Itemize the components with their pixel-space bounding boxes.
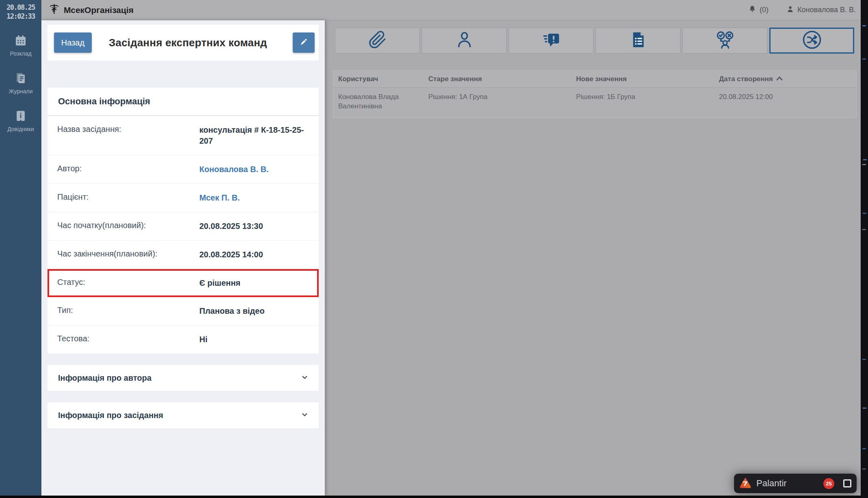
sort-asc-icon bbox=[776, 75, 783, 83]
patient-link[interactable]: Мсек П. В. bbox=[199, 192, 240, 203]
paperclip-icon bbox=[368, 30, 387, 51]
sidebar-item-journals[interactable]: Журнали bbox=[0, 71, 41, 95]
sidebar-item-label: Довідники bbox=[7, 126, 34, 132]
main-content: Користувач Старе значення Нове значення … bbox=[325, 20, 868, 496]
column-header-new-value[interactable]: Нове значення bbox=[571, 75, 714, 83]
user-avatar-icon bbox=[786, 5, 794, 15]
change-history-tab[interactable] bbox=[769, 28, 854, 54]
calendar-icon bbox=[14, 34, 28, 47]
meeting-detail-drawer: Назад Засідання експертних команд Основн… bbox=[41, 20, 325, 496]
bell-icon bbox=[748, 5, 756, 15]
document-icon bbox=[629, 30, 648, 51]
user-menu[interactable]: Коновалова В. В. bbox=[786, 5, 856, 15]
column-header-created-date[interactable]: Дата створення bbox=[714, 75, 856, 83]
palantir-window-icon[interactable] bbox=[843, 479, 851, 487]
palantir-label: Palantir bbox=[756, 478, 787, 489]
column-header-old-value[interactable]: Старе значення bbox=[423, 75, 571, 83]
main-info-card: Основна інформація Назва засідання: конс… bbox=[48, 88, 319, 354]
sidebar-menu: Розклад Журнали bbox=[0, 34, 41, 132]
notifications-count: (0) bbox=[760, 6, 769, 14]
main-info-section-title: Основна інформація bbox=[48, 88, 319, 116]
field-value: 20.08.2025 14:00 bbox=[199, 249, 263, 260]
sidebar-item-label: Розклад bbox=[10, 50, 31, 57]
top-header: МсекОрганізація (0) К bbox=[41, 0, 868, 20]
drawer-title-card: Назад Засідання експертних команд bbox=[48, 25, 319, 60]
user-name: Коновалова В. В. bbox=[797, 6, 856, 14]
field-row-status-highlighted: Статус: Є рішення bbox=[48, 269, 319, 297]
table-header-row: Користувач Старе значення Нове значення … bbox=[333, 70, 857, 88]
clock-date: 20.08.25 bbox=[0, 3, 41, 12]
author-link[interactable]: Коновалова В. В. bbox=[199, 164, 269, 175]
field-value: Планова з відео bbox=[199, 306, 265, 317]
field-row-start-time: Час початку(плановий): 20.08.2025 13:30 bbox=[48, 212, 319, 241]
field-label: Час закінчення(плановий): bbox=[57, 249, 199, 259]
field-value: 20.08.2025 13:30 bbox=[199, 221, 263, 232]
column-header-user[interactable]: Користувач bbox=[333, 75, 423, 83]
field-label: Пацієнт: bbox=[57, 192, 199, 202]
field-label: Автор: bbox=[57, 164, 199, 173]
field-row-patient: Пацієнт: Мсек П. В. bbox=[48, 184, 319, 212]
author-info-section[interactable]: Інформація про автора bbox=[48, 365, 319, 391]
change-history-table: Користувач Старе значення Нове значення … bbox=[333, 70, 857, 118]
meeting-info-section[interactable]: Інформація про засідання bbox=[48, 402, 319, 428]
decisions-icon bbox=[715, 30, 735, 52]
field-row-author: Автор: Коновалова В. В. bbox=[48, 155, 319, 184]
caduceus-icon bbox=[49, 4, 60, 16]
sidebar-item-label: Журнали bbox=[9, 88, 33, 95]
background-window-artifacts bbox=[862, 25, 866, 26]
pencil-icon bbox=[299, 37, 309, 48]
cell-created-date: 20.08.2025 12:00 bbox=[714, 88, 856, 118]
background-window-edge bbox=[861, 0, 868, 498]
field-label: Статус: bbox=[57, 278, 199, 287]
section-title: Інформація про засідання bbox=[58, 411, 163, 420]
table-row: Коновалова Влада Валентинівна Рішення: 1… bbox=[333, 88, 857, 118]
screen-bottom-edge bbox=[0, 496, 868, 498]
field-label: Час початку(плановий): bbox=[57, 221, 199, 230]
field-label: Назва засідання: bbox=[57, 125, 199, 134]
field-row-test: Тестова: Ні bbox=[48, 326, 319, 354]
app-title: МсекОрганізація bbox=[64, 5, 134, 15]
comments-tab[interactable] bbox=[509, 28, 594, 54]
field-value: Ні bbox=[199, 334, 207, 345]
clock-time: 12:02:33 bbox=[0, 12, 41, 21]
sidebar-item-schedule[interactable]: Розклад bbox=[0, 34, 41, 57]
field-row-type: Тип: Планова з відео bbox=[48, 297, 319, 326]
user-icon bbox=[455, 30, 474, 51]
system-clock: 20.08.25 12:02:33 bbox=[0, 3, 41, 21]
attachments-tab[interactable] bbox=[335, 28, 420, 54]
edit-button[interactable] bbox=[293, 32, 315, 53]
sidebar-item-directories[interactable]: Довідники bbox=[0, 109, 41, 132]
field-row-end-time: Час закінчення(плановий): 20.08.2025 14:… bbox=[48, 241, 319, 269]
header-right: (0) Коновалова В. В. bbox=[748, 5, 856, 15]
palantir-logo-icon bbox=[739, 477, 751, 490]
journals-icon bbox=[14, 71, 28, 85]
cell-old-value: Рішення: 1А Група bbox=[423, 88, 571, 118]
palantir-widget[interactable]: Palantir 25 bbox=[734, 474, 857, 493]
participants-tab[interactable] bbox=[422, 28, 507, 54]
field-label: Тестова: bbox=[57, 334, 199, 343]
meeting-toolbar bbox=[335, 28, 854, 54]
decisions-tab[interactable] bbox=[682, 28, 767, 54]
chevron-down-icon bbox=[301, 411, 308, 420]
notifications-button[interactable]: (0) bbox=[748, 5, 769, 15]
sidebar: 20.08.25 12:02:33 Розклад bbox=[0, 0, 41, 496]
comments-icon bbox=[542, 30, 561, 51]
field-value: консультація # К-18-15-25-207 bbox=[199, 125, 311, 147]
back-button[interactable]: Назад bbox=[54, 32, 92, 53]
field-label: Тип: bbox=[57, 306, 199, 315]
app-brand: МсекОрганізація bbox=[49, 4, 134, 16]
chevron-down-icon bbox=[301, 373, 308, 383]
change-history-icon bbox=[801, 29, 823, 52]
field-row-meeting-name: Назва засідання: консультація # К-18-15-… bbox=[48, 116, 319, 155]
cell-user: Коновалова Влада Валентинівна bbox=[333, 88, 423, 118]
status-value: Є рішення bbox=[199, 278, 240, 289]
palantir-badge[interactable]: 25 bbox=[823, 478, 834, 489]
reference-book-icon bbox=[14, 109, 28, 123]
page-title: Засідання експертних команд bbox=[109, 37, 267, 49]
documents-tab[interactable] bbox=[596, 28, 680, 54]
section-title: Інформація про автора bbox=[58, 373, 151, 383]
cell-new-value: Рішення: 1Б Група bbox=[571, 88, 714, 118]
app-root: 20.08.25 12:02:33 Розклад bbox=[0, 0, 868, 498]
